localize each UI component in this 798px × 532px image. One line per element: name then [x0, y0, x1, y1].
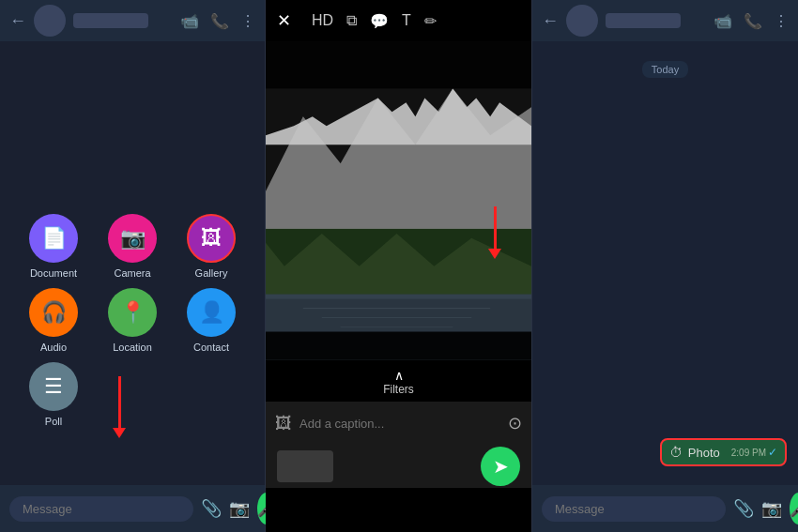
chat-area: 📄 Document 📷 Camera 🖼 Gallery 🎧 Audio 📍 …: [0, 41, 265, 485]
location-icon: 📍: [108, 288, 157, 337]
bubble-photo-text: Photo: [688, 446, 720, 460]
message-input[interactable]: [9, 496, 193, 522]
mountain-svg: [266, 41, 531, 360]
filters-chevron-icon[interactable]: ∧: [394, 368, 404, 383]
draw-tool[interactable]: ✏: [424, 12, 437, 30]
camera-icon: 📷: [108, 214, 157, 263]
contact-label: Contact: [193, 342, 229, 353]
camera-label: Camera: [114, 267, 150, 279]
voice-call-icon[interactable]: 📞: [210, 12, 229, 30]
audio-icon: 🎧: [29, 288, 78, 337]
document-icon: 📄: [29, 214, 78, 263]
filters-bar: ∧ Filters: [266, 360, 531, 402]
poll-icon: ☰: [29, 362, 78, 411]
right-input-bar: 📎 📷 🎤: [532, 485, 798, 532]
right-contact-name: [606, 13, 681, 28]
gallery-label: Gallery: [195, 267, 228, 279]
attach-document[interactable]: 📄 Document: [19, 214, 88, 279]
contact-icon: 👤: [187, 288, 236, 337]
timer-icon[interactable]: ⊙: [508, 413, 522, 433]
gallery-icon: 🖼: [187, 214, 236, 263]
more-options-icon[interactable]: ⋮: [240, 12, 255, 30]
attach-icon[interactable]: 📎: [201, 498, 222, 519]
attach-audio[interactable]: 🎧 Audio: [19, 288, 88, 353]
right-call-icon[interactable]: 📞: [744, 12, 762, 30]
svg-rect-12: [266, 332, 531, 360]
today-badge: Today: [642, 61, 688, 78]
left-header: ← 📹 📞 ⋮: [0, 0, 265, 41]
sticker-tool[interactable]: 💬: [370, 12, 389, 30]
svg-rect-7: [266, 295, 531, 299]
caption-gallery-icon: 🖼: [275, 414, 292, 433]
right-more-icon[interactable]: ⋮: [774, 12, 789, 30]
svg-rect-11: [266, 42, 531, 89]
attach-contact[interactable]: 👤 Contact: [176, 288, 246, 353]
left-input-bar: 📎 📷 🎤: [0, 485, 265, 532]
hd-tool[interactable]: HD: [312, 12, 333, 30]
right-video-icon[interactable]: 📹: [714, 12, 732, 30]
filters-label: Filters: [383, 383, 414, 396]
bubble-photo-icon: ⏱: [669, 445, 683, 460]
camera-input-icon[interactable]: 📷: [229, 498, 250, 519]
right-camera-icon[interactable]: 📷: [761, 498, 782, 519]
attach-poll[interactable]: ☰ Poll: [19, 362, 88, 427]
mid-header: ✕ HD ⧉ 💬 T ✏: [266, 0, 531, 41]
send-button[interactable]: ➤: [481, 447, 520, 486]
mid-image: [266, 41, 531, 360]
location-label: Location: [113, 342, 152, 353]
text-tool[interactable]: T: [402, 12, 411, 30]
right-back-button[interactable]: ←: [542, 11, 559, 31]
left-panel: ← 📹 📞 ⋮ 📄 Document 📷 Camera 🖼 Gallery: [0, 0, 266, 532]
back-button[interactable]: ←: [9, 11, 26, 31]
right-attach-icon[interactable]: 📎: [733, 498, 754, 519]
photo-bubble: ⏱ Photo 2:09 PM ✓: [660, 438, 787, 466]
header-icons: 📹 📞 ⋮: [180, 12, 255, 30]
right-chat-area: Today ⏱ Photo 2:09 PM ✓: [532, 41, 798, 485]
attach-location[interactable]: 📍 Location: [98, 288, 167, 353]
caption-input[interactable]: [299, 417, 500, 431]
audio-label: Audio: [40, 342, 67, 353]
poll-label: Poll: [45, 416, 62, 427]
right-header-icons: 📹 📞 ⋮: [714, 12, 789, 30]
contact-name: [73, 13, 148, 28]
attach-gallery[interactable]: 🖼 Gallery: [176, 214, 246, 279]
document-label: Document: [30, 267, 77, 279]
bubble-time: 2:09 PM ✓: [731, 446, 777, 459]
caption-bar: 🖼 ⊙: [266, 402, 531, 445]
attachment-menu: 📄 Document 📷 Camera 🖼 Gallery 🎧 Audio 📍 …: [9, 205, 255, 436]
right-message-input[interactable]: [542, 496, 726, 522]
mid-bottom-bar: ➤: [266, 445, 531, 488]
close-button[interactable]: ✕: [277, 10, 291, 31]
crop-tool[interactable]: ⧉: [346, 12, 357, 30]
right-mic-button[interactable]: 🎤: [790, 493, 798, 524]
right-header: ← 📹 📞 ⋮: [532, 0, 798, 41]
bubble-time-text: 2:09 PM: [731, 448, 766, 458]
mid-toolbar: HD ⧉ 💬 T ✏: [312, 12, 437, 30]
thumbnail-preview: [277, 450, 333, 482]
double-check-icon: ✓: [768, 446, 777, 459]
right-avatar: [566, 5, 598, 37]
attach-camera[interactable]: 📷 Camera: [98, 214, 167, 279]
mid-panel: ✕ HD ⧉ 💬 T ✏: [266, 0, 532, 532]
video-call-icon[interactable]: 📹: [180, 12, 199, 30]
avatar: [34, 5, 66, 37]
right-panel: ← 📹 📞 ⋮ Today ⏱ Photo 2:09 PM ✓ 📎 📷 🎤: [532, 0, 798, 532]
